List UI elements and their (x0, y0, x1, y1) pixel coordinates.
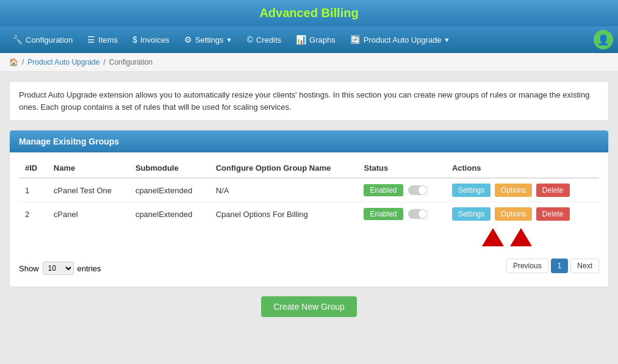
avatar-icon: 👤 (597, 34, 609, 46)
row2-id: 2 (19, 202, 48, 226)
nav-items[interactable]: ☰ Items (80, 26, 125, 53)
arrow-up-icon-left (482, 228, 504, 246)
arrow-up-icon-right (510, 228, 532, 246)
col-name: Name (48, 159, 129, 178)
show-label: Show (19, 264, 39, 273)
gear-icon: ⚙ (184, 35, 192, 45)
show-entries: Show 10 25 50 100 entries (19, 262, 101, 275)
panel-header: Manage Exisitng Groups (10, 130, 608, 152)
row1-actions: Settings Options Delete (446, 178, 599, 202)
recycle-icon: 🔄 (350, 35, 361, 45)
row2-status-badge: Enabled (364, 208, 403, 220)
row2-toggle[interactable] (408, 209, 428, 219)
user-avatar[interactable]: 👤 (594, 30, 613, 49)
nav-configuration[interactable]: 🔧 Configuration (5, 26, 80, 53)
row1-name: cPanel Test One (48, 178, 129, 202)
page-1-button[interactable]: 1 (551, 259, 569, 273)
row2-status: Enabled (358, 202, 445, 226)
wrench-icon: 🔧 (12, 35, 23, 45)
arrow-left (482, 228, 504, 246)
nav-graphs[interactable]: 📊 Graphs (289, 26, 343, 53)
col-submodule: Submodule (129, 159, 210, 178)
next-button[interactable]: Next (570, 259, 599, 273)
row2-settings-button[interactable]: Settings (452, 207, 490, 221)
home-icon: 🏠 (9, 58, 18, 66)
row1-settings-button[interactable]: Settings (452, 184, 490, 197)
row2-options-button[interactable]: Options (495, 207, 532, 221)
create-group-wrapper: Create New Group (9, 296, 609, 317)
row1-delete-button[interactable]: Delete (536, 184, 570, 197)
chevron-down-icon-2: ▼ (444, 37, 450, 43)
table-row: 2 cPanel cpanelExtended Cpanel Options F… (19, 202, 599, 226)
breadcrumb-sep2: / (103, 58, 105, 66)
row1-configure-option: N/A (210, 178, 358, 202)
manage-groups-panel: Manage Exisitng Groups #ID Name Submodul… (9, 130, 609, 287)
pagination: Previous 1 Next (506, 259, 599, 278)
groups-table: #ID Name Submodule Configure Option Grou… (19, 159, 599, 226)
nav-credits[interactable]: © Credits (240, 26, 289, 53)
previous-button[interactable]: Previous (506, 259, 548, 273)
nav-invoices[interactable]: $ Invoices (125, 26, 177, 53)
chevron-down-icon: ▼ (226, 37, 232, 43)
info-text: Product Auto Upgrade extension allows yo… (19, 90, 589, 112)
panel-title: Manage Exisitng Groups (19, 137, 119, 146)
col-id: #ID (19, 159, 48, 178)
nav-product-auto-upgrade[interactable]: 🔄 Product Auto Upgrade ▼ (343, 26, 458, 53)
app-title: Advanced Billing (0, 0, 618, 26)
row2-name: cPanel (48, 202, 129, 226)
dollar-icon: $ (132, 35, 137, 45)
row1-toggle[interactable] (408, 185, 428, 195)
breadcrumb-link1[interactable]: Product Auto Upgrade (27, 58, 99, 66)
breadcrumb: 🏠 / Product Auto Upgrade / Configuration (0, 53, 618, 72)
row2-configure-option: Cpanel Options For Billing (210, 202, 358, 226)
table-footer: Show 10 25 50 100 entries Previous 1 Nex… (19, 249, 599, 280)
row1-submodule: cpanelExtended (129, 178, 210, 202)
row1-id: 1 (19, 178, 48, 202)
row2-delete-button[interactable]: Delete (536, 207, 570, 221)
panel-body: #ID Name Submodule Configure Option Grou… (10, 152, 608, 287)
info-box: Product Auto Upgrade extension allows yo… (9, 81, 609, 121)
entries-select[interactable]: 10 25 50 100 (43, 262, 74, 275)
breadcrumb-sep1: / (22, 58, 24, 66)
list-icon: ☰ (87, 35, 95, 45)
entries-label: entries (77, 264, 101, 273)
nav-settings[interactable]: ⚙ Settings ▼ (177, 26, 240, 53)
row1-options-button[interactable]: Options (495, 184, 532, 197)
graph-icon: 📊 (296, 35, 306, 45)
col-status: Status (358, 159, 445, 178)
row1-status: Enabled (358, 178, 445, 202)
create-new-group-button[interactable]: Create New Group (261, 296, 357, 317)
arrow-right (510, 228, 532, 246)
row2-actions: Settings Options Delete (446, 202, 599, 226)
header-title: Advanced Billing (259, 6, 358, 20)
row1-status-badge: Enabled (364, 184, 403, 196)
copyright-icon: © (247, 35, 253, 45)
col-configure: Configure Option Group Name (210, 159, 358, 178)
col-actions: Actions (446, 159, 599, 178)
navbar-right: 👤 (594, 30, 613, 49)
main-navbar: 🔧 Configuration ☰ Items $ Invoices ⚙ Set… (0, 26, 618, 53)
table-row: 1 cPanel Test One cpanelExtended N/A Ena… (19, 178, 599, 202)
row2-submodule: cpanelExtended (129, 202, 210, 226)
breadcrumb-current: Configuration (109, 58, 153, 66)
arrows-indicator (19, 226, 599, 249)
main-content: Product Auto Upgrade extension allows yo… (0, 72, 618, 326)
breadcrumb-home[interactable]: 🏠 (9, 58, 18, 66)
